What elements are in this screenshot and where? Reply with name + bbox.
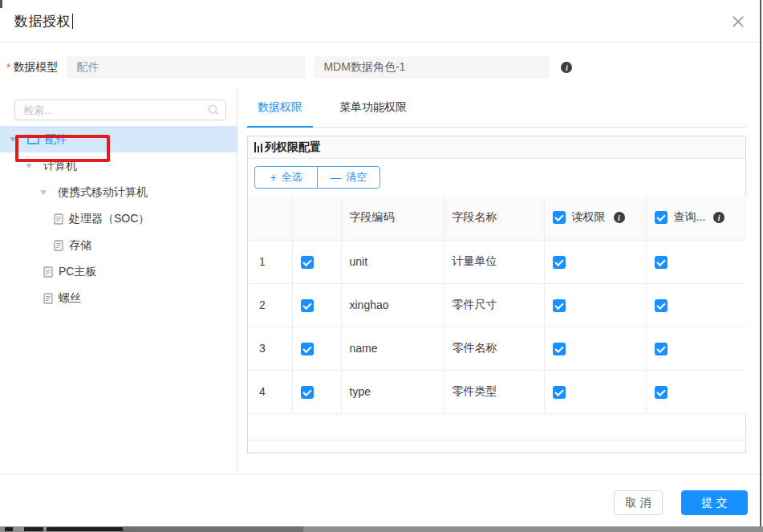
data-authorization-dialog: 数据授权 * 数据模型 [0, 0, 763, 532]
caret-down-icon[interactable] [26, 164, 32, 169]
query-info-icon[interactable] [713, 212, 724, 223]
tree-item-chuliqi[interactable]: 处理器（SOC） [0, 205, 237, 232]
clear-label: 清空 [347, 170, 367, 185]
field-code: name [341, 327, 444, 370]
column-permission-table: 字段编码 字段名称 读权限 查询... [248, 196, 746, 414]
field-code: xinghao [341, 283, 444, 327]
model-tree-sidebar: 配件 计算机 便携式移动计算机 处理器（SOC） [0, 88, 237, 473]
select-all-button[interactable]: + 全选 [254, 166, 318, 189]
tab-menu-permission[interactable]: 菜单功能权限 [329, 88, 417, 127]
read-checkbox[interactable] [553, 343, 566, 355]
search-box [14, 99, 226, 120]
tree-item-label: 配件 [45, 132, 67, 147]
table-row: 1 unit 计量单位 [248, 240, 746, 283]
empty-table-row [248, 414, 745, 441]
read-checkbox[interactable] [553, 256, 566, 269]
data-model-row: * 数据模型 [6, 56, 763, 79]
col-query-header: 查询... [646, 196, 746, 240]
data-role-input[interactable] [314, 56, 550, 79]
row-checkbox[interactable] [301, 299, 314, 312]
section-header: 列权限配置 [248, 136, 745, 159]
document-icon [43, 266, 53, 278]
search-icon [207, 104, 220, 116]
query-all-checkbox[interactable] [655, 211, 668, 224]
tab-data-permission[interactable]: 数据权限 [247, 88, 313, 127]
permission-panel: 数据权限 菜单功能权限 列权限配置 + 全选 — 清空 [237, 88, 763, 473]
submit-button[interactable]: 提 交 [681, 490, 748, 515]
tree-item-label: PC主板 [59, 265, 96, 279]
plus-icon: + [270, 171, 276, 184]
field-name: 零件尺寸 [444, 283, 544, 327]
screen-corner-artifact [0, 0, 2, 8]
table-header-row: 字段编码 字段名称 读权限 查询... [248, 196, 746, 240]
text-cursor [72, 14, 73, 29]
select-all-label: 全选 [282, 170, 302, 185]
document-icon [54, 240, 63, 251]
table-toolbar: + 全选 — 清空 [248, 159, 745, 196]
dialog-title: 数据授权 [14, 12, 71, 30]
read-info-icon[interactable] [614, 212, 625, 223]
tree-item-jisuanji[interactable]: 计算机 [0, 152, 237, 179]
clear-button[interactable]: — 清空 [317, 166, 380, 189]
row-index: 3 [248, 327, 292, 370]
field-name: 计量单位 [444, 240, 544, 283]
cancel-button[interactable]: 取 消 [614, 490, 663, 515]
column-permission-box: 列权限配置 + 全选 — 清空 [247, 136, 746, 453]
table-row: 3 name 零件名称 [248, 327, 746, 370]
data-model-label: 数据模型 [13, 60, 58, 75]
model-tree: 配件 计算机 便携式移动计算机 处理器（SOC） [0, 126, 237, 311]
caret-down-icon[interactable] [10, 137, 16, 142]
data-model-input[interactable] [67, 56, 306, 79]
read-header-label: 读权限 [572, 210, 606, 225]
col-name-header: 字段名称 [444, 196, 544, 240]
column-chart-icon [254, 142, 262, 152]
tree-item-luosi[interactable]: 螺丝 [0, 285, 237, 311]
query-checkbox[interactable] [655, 256, 668, 269]
tree-item-label: 计算机 [43, 159, 77, 173]
query-checkbox[interactable] [655, 343, 668, 355]
tree-item-cunchu[interactable]: 存储 [0, 232, 237, 258]
row-index: 1 [248, 240, 292, 283]
info-icon[interactable] [561, 62, 572, 73]
row-checkbox[interactable] [301, 386, 314, 399]
row-index: 4 [248, 370, 292, 413]
dialog-body: 配件 计算机 便携式移动计算机 处理器（SOC） [0, 88, 763, 473]
read-all-checkbox[interactable] [553, 211, 566, 224]
search-input[interactable] [14, 99, 226, 120]
close-icon[interactable] [729, 12, 747, 30]
dialog-footer: 取 消 提 交 [0, 474, 763, 515]
field-name: 零件名称 [444, 327, 544, 370]
table-row: 2 xinghao 零件尺寸 [248, 283, 746, 327]
field-name: 零件类型 [444, 370, 544, 413]
row-checkbox[interactable] [301, 343, 314, 355]
read-checkbox[interactable] [553, 299, 566, 312]
col-read-header: 读权限 [544, 196, 646, 240]
tree-item-label: 螺丝 [59, 291, 81, 306]
field-code: type [341, 370, 444, 413]
tree-item-label: 便携式移动计算机 [58, 185, 148, 200]
taskbar-strip [0, 526, 763, 532]
tree-item-pczhuban[interactable]: PC主板 [0, 258, 237, 285]
row-index: 2 [248, 283, 292, 327]
section-title: 列权限配置 [265, 140, 321, 155]
minus-icon: — [331, 171, 342, 184]
tree-item-peijian[interactable]: 配件 [0, 126, 237, 152]
query-checkbox[interactable] [655, 386, 668, 399]
row-checkbox[interactable] [301, 256, 314, 269]
table-row: 4 type 零件类型 [248, 370, 746, 413]
query-header-label: 查询... [674, 210, 706, 225]
caret-down-icon[interactable] [40, 190, 47, 195]
tree-item-bianxieshi[interactable]: 便携式移动计算机 [0, 179, 237, 205]
tree-item-label: 存储 [69, 238, 91, 253]
read-checkbox[interactable] [553, 386, 566, 399]
col-index-header [248, 196, 292, 240]
required-asterisk: * [6, 61, 10, 74]
dialog-header: 数据授权 [0, 0, 763, 43]
tree-item-label: 处理器（SOC） [69, 212, 149, 226]
document-icon [54, 213, 63, 225]
document-icon [43, 293, 53, 304]
col-code-header: 字段编码 [341, 196, 444, 240]
query-checkbox[interactable] [655, 299, 668, 312]
folder-icon [27, 134, 39, 144]
permission-tabs: 数据权限 菜单功能权限 [247, 88, 746, 128]
